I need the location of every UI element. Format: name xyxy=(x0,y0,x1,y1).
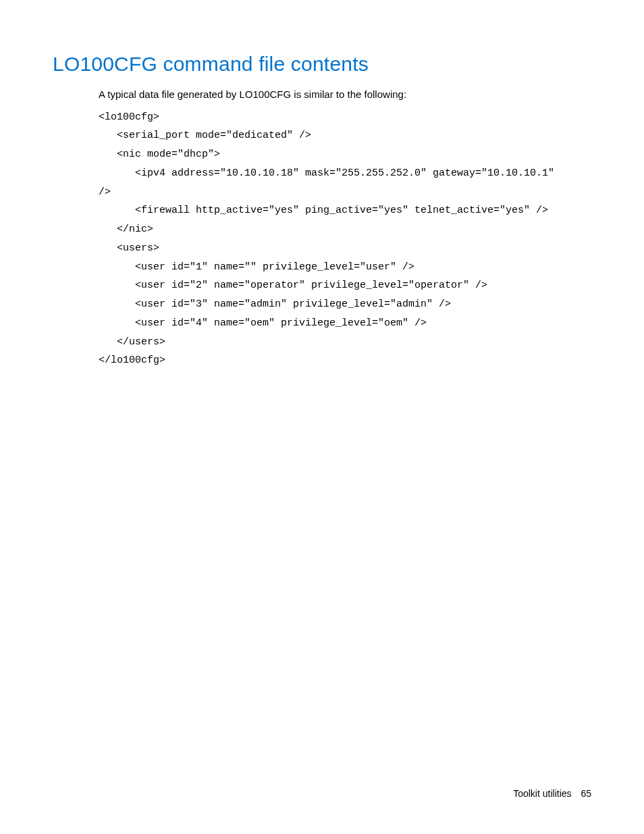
section-heading: LO100CFG command file contents xyxy=(53,53,591,76)
document-page: LO100CFG command file contents A typical… xyxy=(0,0,644,834)
footer-section-label: Toolkit utilities xyxy=(513,788,571,799)
footer-page-number: 65 xyxy=(581,788,591,799)
code-block: <lo100cfg> <serial_port mode="dedicated"… xyxy=(99,108,591,371)
page-footer: Toolkit utilities 65 xyxy=(513,788,591,799)
intro-paragraph: A typical data file generated by LO100CF… xyxy=(99,88,591,101)
